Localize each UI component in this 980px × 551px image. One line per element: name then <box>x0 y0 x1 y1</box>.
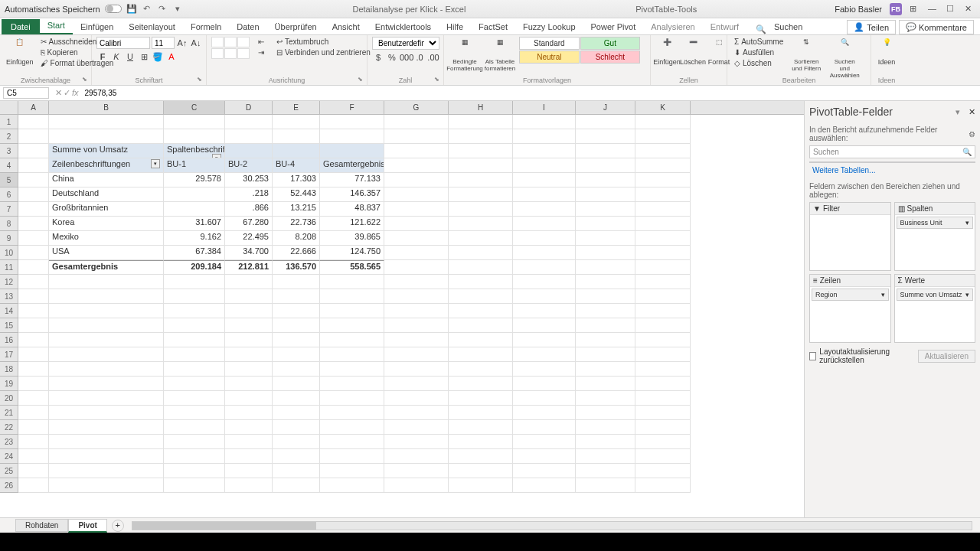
cell[interactable] <box>449 347 513 362</box>
cell[interactable]: Großbritannien <box>49 202 164 217</box>
cell[interactable] <box>449 449 513 464</box>
cell[interactable]: 22.666 <box>273 246 320 260</box>
cell[interactable] <box>49 333 164 347</box>
row-header[interactable]: 26 <box>0 478 18 493</box>
maximize-icon[interactable]: ☐ <box>946 4 957 15</box>
cell[interactable] <box>384 318 449 333</box>
cell[interactable] <box>449 406 513 420</box>
cell[interactable] <box>635 435 691 449</box>
cell[interactable] <box>449 435 513 449</box>
cell[interactable] <box>384 435 449 449</box>
cell[interactable] <box>513 158 576 173</box>
sheet-tab-rohdaten[interactable]: Rohdaten <box>15 519 68 532</box>
row-header[interactable]: 19 <box>0 377 18 391</box>
cell[interactable] <box>384 406 449 420</box>
cell[interactable]: 67.280 <box>225 217 273 231</box>
cell[interactable] <box>18 391 49 406</box>
cell[interactable] <box>225 129 273 144</box>
column-header[interactable]: F <box>320 101 384 114</box>
row-header[interactable]: 1 <box>0 115 18 129</box>
cell[interactable] <box>49 478 164 493</box>
cell[interactable] <box>18 333 49 347</box>
drop-item-rows[interactable]: Region▾ <box>812 289 889 301</box>
ideas-button[interactable]: 💡Ideen <box>876 37 897 67</box>
cell[interactable] <box>164 115 225 129</box>
cell[interactable] <box>384 144 449 158</box>
cell[interactable] <box>320 435 384 449</box>
tab-pagelayout[interactable]: Seitenlayout <box>121 19 183 34</box>
cell[interactable] <box>449 289 513 304</box>
cell[interactable]: 77.133 <box>320 173 384 187</box>
sheet-tab-pivot[interactable]: Pivot <box>68 519 106 533</box>
cell[interactable] <box>576 420 635 435</box>
cell[interactable] <box>18 347 49 362</box>
field-pane-close-icon[interactable]: ✕ <box>969 107 975 116</box>
cell[interactable] <box>635 420 691 435</box>
cell[interactable] <box>18 129 49 144</box>
cell[interactable] <box>635 173 691 187</box>
cell[interactable] <box>18 144 49 158</box>
row-header[interactable]: 12 <box>0 275 18 289</box>
cell[interactable] <box>384 187 449 202</box>
cell[interactable] <box>576 362 635 377</box>
cell[interactable] <box>225 275 273 289</box>
cell[interactable] <box>449 275 513 289</box>
cell[interactable] <box>384 304 449 318</box>
cell[interactable] <box>384 260 449 275</box>
cell[interactable] <box>635 289 691 304</box>
cell[interactable] <box>49 406 164 420</box>
cell[interactable] <box>384 333 449 347</box>
tab-insert[interactable]: Einfügen <box>73 19 121 34</box>
cell[interactable] <box>513 391 576 406</box>
wrap-text-button[interactable]: ↩Textumbruch <box>274 37 373 47</box>
cell[interactable] <box>225 304 273 318</box>
cell[interactable] <box>449 187 513 202</box>
add-sheet-button[interactable]: + <box>112 520 124 532</box>
comments-button[interactable]: 💬Kommentare <box>899 20 974 34</box>
cell[interactable]: USA <box>49 246 164 260</box>
tab-review[interactable]: Überprüfen <box>267 19 325 34</box>
cell[interactable] <box>384 478 449 493</box>
paste-button[interactable]: 📋 Einfügen <box>5 37 35 67</box>
cell[interactable] <box>18 158 49 173</box>
cell[interactable] <box>49 304 164 318</box>
formula-input[interactable] <box>82 88 980 98</box>
cell[interactable] <box>18 260 49 275</box>
cell[interactable] <box>635 158 691 173</box>
cell[interactable]: Summe von Umsatz <box>49 144 164 158</box>
cell[interactable]: 22.495 <box>225 231 273 246</box>
cell[interactable] <box>449 231 513 246</box>
cell[interactable] <box>320 478 384 493</box>
cell[interactable]: 146.357 <box>320 187 384 202</box>
cell[interactable]: Zeilenbeschriftungen▾ <box>49 158 164 173</box>
align-top-center[interactable] <box>224 37 237 47</box>
cell[interactable] <box>576 464 635 478</box>
align-mid-left[interactable] <box>211 48 224 59</box>
cell[interactable]: 52.443 <box>273 187 320 202</box>
cell[interactable] <box>576 304 635 318</box>
cell[interactable] <box>273 449 320 464</box>
grid-area[interactable]: ABCDEFGHIJK 1234567891011121314151617181… <box>0 101 804 517</box>
decrease-indent-button[interactable]: ⇤ <box>256 37 266 47</box>
cell[interactable] <box>225 420 273 435</box>
cell[interactable] <box>513 289 576 304</box>
cell[interactable] <box>576 406 635 420</box>
field-pane-options-icon[interactable]: ▾ <box>956 107 960 116</box>
cell[interactable] <box>164 304 225 318</box>
cell[interactable] <box>225 115 273 129</box>
drop-zone-values[interactable]: ΣWerte Summe von Umsatz▾ <box>894 274 976 343</box>
cell[interactable] <box>576 173 635 187</box>
tab-start[interactable]: Start <box>40 18 73 34</box>
cell[interactable] <box>49 420 164 435</box>
cell[interactable]: Mexiko <box>49 231 164 246</box>
cell[interactable] <box>273 420 320 435</box>
cell[interactable] <box>384 202 449 217</box>
cell[interactable]: 8.208 <box>273 231 320 246</box>
cell[interactable] <box>225 333 273 347</box>
cell[interactable] <box>384 362 449 377</box>
tab-powerpivot[interactable]: Power Pivot <box>583 19 644 34</box>
cell[interactable] <box>49 129 164 144</box>
drop-zone-filter[interactable]: ▼Filter <box>809 202 891 271</box>
drop-item-columns[interactable]: Business Unit▾ <box>897 217 974 229</box>
cell[interactable] <box>449 144 513 158</box>
